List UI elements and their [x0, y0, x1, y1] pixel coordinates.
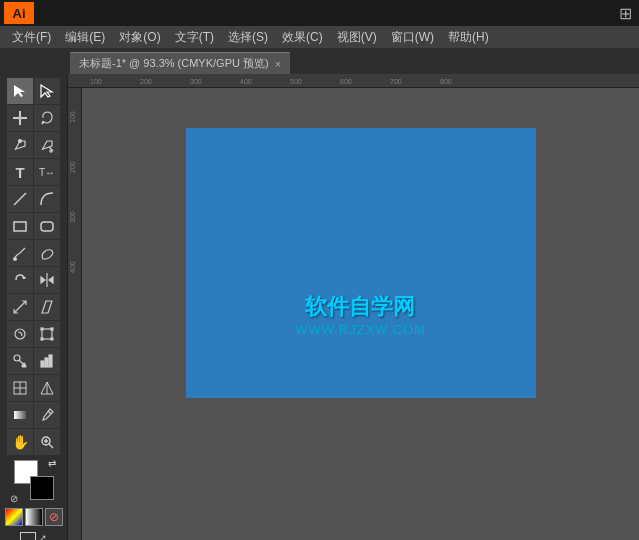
- menu-select[interactable]: 选择(S): [222, 27, 274, 48]
- artboard[interactable]: [186, 128, 536, 398]
- touch-type-tool[interactable]: T↔: [34, 159, 60, 185]
- grid-icon[interactable]: ⊞: [615, 3, 635, 23]
- svg-text:100: 100: [90, 78, 102, 85]
- svg-text:800: 800: [440, 78, 452, 85]
- svg-line-38: [48, 411, 51, 414]
- svg-text:400: 400: [69, 261, 76, 273]
- selection-tool[interactable]: [7, 78, 33, 104]
- svg-marker-16: [41, 277, 45, 283]
- tool-row-14: ✋: [7, 429, 60, 455]
- active-tab[interactable]: 未标题-1* @ 93.3% (CMYK/GPU 预览) ×: [70, 52, 290, 74]
- menu-view[interactable]: 视图(V): [331, 27, 383, 48]
- hand-tool[interactable]: ✋: [7, 429, 33, 455]
- reflect-tool[interactable]: [34, 267, 60, 293]
- canvas-content: 软件自学网 WWW.RJZXW.COM: [82, 88, 639, 540]
- svg-text:400: 400: [240, 78, 252, 85]
- symbol-sprayer-tool[interactable]: [7, 348, 33, 374]
- svg-rect-3: [19, 120, 21, 125]
- tool-row-10: [7, 321, 60, 347]
- add-anchor-tool[interactable]: [34, 132, 60, 158]
- magic-wand-tool[interactable]: [7, 105, 33, 131]
- svg-rect-20: [41, 328, 43, 330]
- color-section: ⇄ ⊘ ⊘ ↗: [5, 456, 63, 540]
- ai-logo-icon: Ai: [4, 2, 34, 24]
- tool-row-6: [7, 213, 60, 239]
- gradient-mode-box[interactable]: [25, 508, 43, 526]
- tab-close-button[interactable]: ×: [275, 58, 281, 70]
- svg-text:300: 300: [190, 78, 202, 85]
- svg-text:700: 700: [390, 78, 402, 85]
- svg-rect-37: [14, 411, 26, 419]
- blob-brush-tool[interactable]: [34, 240, 60, 266]
- toolbar: T T↔: [0, 74, 68, 540]
- svg-rect-31: [49, 355, 52, 367]
- svg-line-40: [49, 444, 53, 448]
- menu-object[interactable]: 对象(O): [113, 27, 166, 48]
- svg-rect-29: [41, 361, 44, 367]
- arc-tool[interactable]: [34, 186, 60, 212]
- menu-help[interactable]: 帮助(H): [442, 27, 495, 48]
- svg-rect-22: [41, 338, 43, 340]
- tab-bar: 未标题-1* @ 93.3% (CMYK/GPU 预览) ×: [0, 48, 639, 74]
- menu-type[interactable]: 文字(T): [169, 27, 220, 48]
- tool-row-2: [7, 105, 60, 131]
- canvas-area: 100 200 300 400 500 600 700 800 100 200 …: [68, 74, 639, 540]
- gradient-tool[interactable]: [7, 402, 33, 428]
- rectangle-tool[interactable]: [7, 213, 33, 239]
- tool-row-12: [7, 375, 60, 401]
- tool-row-7: [7, 240, 60, 266]
- color-mode-box[interactable]: [5, 508, 23, 526]
- none-color-icon[interactable]: ⊘: [10, 493, 18, 504]
- screen-mode-button[interactable]: ↗: [20, 532, 47, 540]
- menu-effect[interactable]: 效果(C): [276, 27, 329, 48]
- svg-marker-17: [49, 277, 53, 283]
- mesh-tool[interactable]: [7, 375, 33, 401]
- perspective-grid-tool[interactable]: [34, 375, 60, 401]
- title-bar: Ai ⊞: [0, 0, 639, 26]
- color-mode-row: ⊘: [5, 508, 63, 526]
- rotate-tool[interactable]: [7, 267, 33, 293]
- svg-rect-5: [22, 117, 27, 119]
- svg-line-11: [14, 193, 26, 205]
- tool-row-4: T T↔: [7, 159, 60, 185]
- svg-marker-1: [41, 85, 52, 97]
- eyedropper-tool[interactable]: [34, 402, 60, 428]
- ruler-horizontal: 100 200 300 400 500 600 700 800: [68, 74, 639, 88]
- menu-file[interactable]: 文件(F): [6, 27, 57, 48]
- tool-row-8: [7, 267, 60, 293]
- stroke-color-box[interactable]: [30, 476, 54, 500]
- svg-rect-23: [51, 338, 53, 340]
- change-screen-mode-icon: ↗: [39, 533, 47, 540]
- svg-rect-30: [45, 358, 48, 367]
- tab-label: 未标题-1* @ 93.3% (CMYK/GPU 预览): [79, 56, 269, 71]
- paintbrush-tool[interactable]: [7, 240, 33, 266]
- line-tool[interactable]: [7, 186, 33, 212]
- lasso-tool[interactable]: [34, 105, 60, 131]
- menu-edit[interactable]: 编辑(E): [59, 27, 111, 48]
- menu-window[interactable]: 窗口(W): [385, 27, 440, 48]
- scale-tool[interactable]: [7, 294, 33, 320]
- svg-text:600: 600: [340, 78, 352, 85]
- tool-row-1: [7, 78, 60, 104]
- free-transform-tool[interactable]: [34, 321, 60, 347]
- none-mode-box[interactable]: ⊘: [45, 508, 63, 526]
- tool-row-5: [7, 186, 60, 212]
- svg-point-18: [15, 329, 25, 339]
- shear-tool[interactable]: [34, 294, 60, 320]
- svg-text:200: 200: [140, 78, 152, 85]
- text-tool[interactable]: T: [7, 159, 33, 185]
- ruler-vertical: 100 200 300 400: [68, 88, 82, 540]
- direct-selection-tool[interactable]: [34, 78, 60, 104]
- zoom-tool[interactable]: [34, 429, 60, 455]
- swap-colors-icon[interactable]: ⇄: [48, 458, 56, 469]
- svg-rect-21: [51, 328, 53, 330]
- svg-point-7: [19, 140, 22, 143]
- warp-tool[interactable]: [7, 321, 33, 347]
- svg-text:500: 500: [290, 78, 302, 85]
- rounded-rect-tool[interactable]: [34, 213, 60, 239]
- svg-rect-12: [14, 222, 26, 231]
- bar-graph-tool[interactable]: [34, 348, 60, 374]
- pen-tool[interactable]: [7, 132, 33, 158]
- menu-bar: 文件(F) 编辑(E) 对象(O) 文字(T) 选择(S) 效果(C) 视图(V…: [0, 26, 639, 48]
- svg-marker-0: [14, 85, 25, 97]
